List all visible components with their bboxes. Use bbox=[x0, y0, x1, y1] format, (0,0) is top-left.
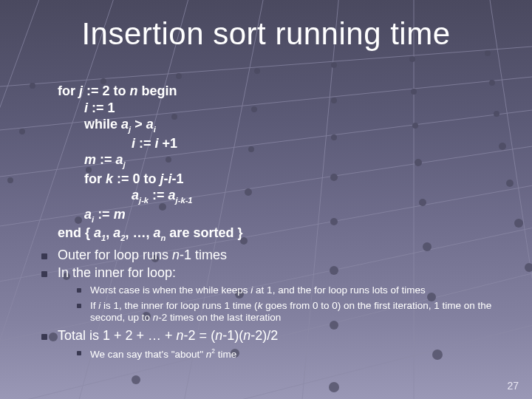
bullet-outer-loop: Outer for loop runs n-1 times bbox=[58, 247, 501, 264]
code-line-1: for j := 2 to n begin bbox=[58, 83, 501, 100]
page-number: 27 bbox=[507, 380, 519, 392]
code-line-9: end { a1, a2, …, an are sorted } bbox=[58, 225, 501, 244]
code-line-6: for k := 0 to j-i-1 bbox=[84, 171, 501, 188]
code-line-7: aj-k := aj-k-1 bbox=[132, 187, 501, 206]
bullet-inner-loop: In the inner for loop: bbox=[58, 265, 501, 282]
code-line-4: i := i +1 bbox=[132, 135, 501, 152]
bullet-total: Total is 1 + 2 + … + n-2 = (n-1)(n-2)/2 bbox=[58, 327, 501, 344]
slide-content: for j := 2 to n begin i := 1 while aj > … bbox=[58, 83, 501, 364]
sub-bullet-if-i-1: If i is 1, the inner for loop runs 1 tim… bbox=[90, 300, 501, 325]
pseudocode-block: for j := 2 to n begin i := 1 while aj > … bbox=[58, 83, 501, 244]
slide-title: Insertion sort running time bbox=[0, 0, 532, 52]
code-line-5: m := aj bbox=[84, 151, 501, 171]
sub-bullet-worst-case: Worst case is when the while keeps i at … bbox=[90, 284, 501, 297]
sub-bullet-about-n2: We can say that's "about" n2 time bbox=[90, 347, 501, 361]
code-line-3: while aj > ai bbox=[84, 116, 501, 135]
code-line-8: ai := m bbox=[84, 206, 501, 225]
code-line-2: i := 1 bbox=[84, 100, 501, 117]
